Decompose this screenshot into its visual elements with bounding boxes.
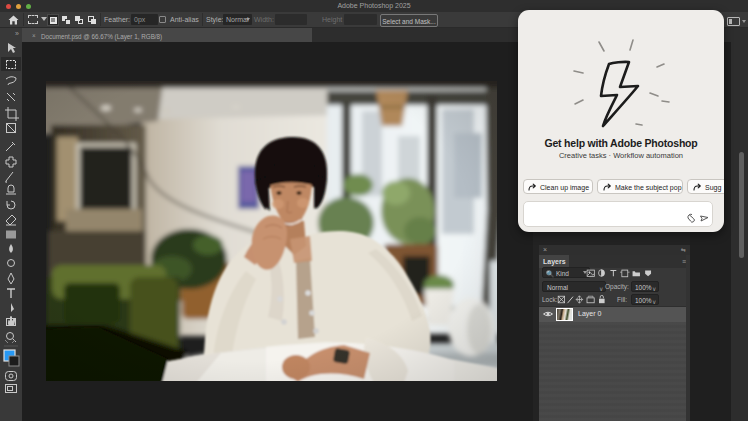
svg-text:»: » bbox=[15, 30, 19, 37]
